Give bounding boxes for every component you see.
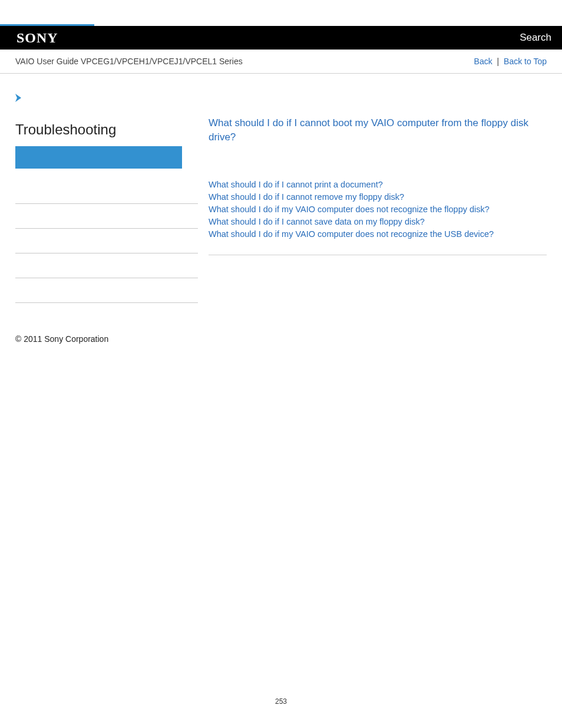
back-link[interactable]: Back bbox=[474, 57, 492, 66]
header-bar: SONY Search bbox=[0, 26, 562, 50]
sidebar-item[interactable] bbox=[15, 179, 198, 204]
content-divider bbox=[209, 255, 547, 255]
related-link[interactable]: What should I do if my VAIO computer doe… bbox=[209, 228, 547, 241]
related-link[interactable]: What should I do if my VAIO computer doe… bbox=[209, 203, 547, 216]
related-link[interactable]: What should I do if I cannot save data o… bbox=[209, 216, 547, 228]
related-links: What should I do if I cannot print a doc… bbox=[209, 179, 547, 241]
sidebar-active-item[interactable] bbox=[15, 146, 182, 169]
page-number: 253 bbox=[275, 697, 287, 706]
sidebar-item[interactable] bbox=[15, 253, 198, 278]
related-link[interactable]: What should I do if I cannot print a doc… bbox=[209, 179, 547, 191]
related-link[interactable]: What should I do if I cannot remove my f… bbox=[209, 191, 547, 203]
sidebar: Troubleshooting bbox=[15, 93, 198, 303]
guide-title: VAIO User Guide VPCEG1/VPCEH1/VPCEJ1/VPC… bbox=[15, 57, 243, 66]
copyright: © 2011 Sony Corporation bbox=[15, 334, 108, 344]
back-to-top-link[interactable]: Back to Top bbox=[504, 57, 547, 66]
sidebar-title: Troubleshooting bbox=[15, 121, 198, 138]
search-link[interactable]: Search bbox=[520, 32, 551, 44]
sony-logo: SONY bbox=[16, 30, 58, 46]
breadcrumb-links: Back | Back to Top bbox=[474, 57, 547, 66]
top-bar bbox=[0, 0, 562, 26]
arrow-icon bbox=[15, 93, 198, 105]
sidebar-item[interactable] bbox=[15, 278, 198, 303]
separator: | bbox=[497, 57, 500, 66]
content-wrapper: Troubleshooting What should I do if I ca… bbox=[0, 74, 562, 303]
main-content: What should I do if I cannot boot my VAI… bbox=[198, 93, 547, 303]
sidebar-item[interactable] bbox=[15, 204, 198, 229]
main-title[interactable]: What should I do if I cannot boot my VAI… bbox=[209, 116, 547, 144]
sidebar-item[interactable] bbox=[15, 229, 198, 253]
breadcrumb-bar: VAIO User Guide VPCEG1/VPCEH1/VPCEJ1/VPC… bbox=[0, 50, 562, 74]
